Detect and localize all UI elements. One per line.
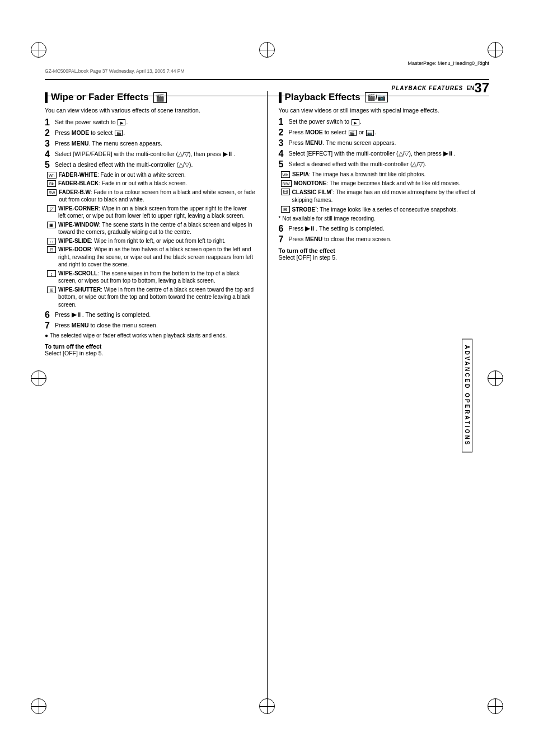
- wipe-intro: You can view videos with various effects…: [45, 106, 256, 115]
- crop-mark-tl: [31, 42, 46, 58]
- video-icon-r: 🎬: [349, 130, 357, 136]
- wipe-bullet-note: ● The selected wipe or fader effect work…: [45, 332, 256, 340]
- effect-wipe-shutter: ⊞ WIPE-SHUTTER: Wipe in from the centre …: [45, 286, 256, 309]
- playback-intro: You can view videos or still images with…: [279, 106, 490, 115]
- playback-step-7: 7 Press MENU to close the menu screen.: [279, 235, 490, 244]
- crop-mark-top: [259, 42, 275, 58]
- left-column: Wipe or Fader Effects 🎬 You can view vid…: [45, 91, 268, 700]
- effect-wipe-window: ▣ WIPE-WINDOW: The scene starts in the c…: [45, 221, 256, 236]
- playback-step-4: 4 Select [EFFECT] with the multi-control…: [279, 149, 490, 158]
- playback-section-title: Playback Effects: [285, 92, 360, 103]
- playback-turn-off-body: Select [OFF] in step 5.: [279, 254, 490, 261]
- playback-turn-off-title: To turn off the effect: [279, 247, 490, 254]
- playback-section-icon: 🎬/📷: [365, 92, 388, 102]
- playback-step-2: 2 Press MODE to select 🎬 or 📷.: [279, 128, 490, 137]
- wipe-step-3: 3 Press MENU. The menu screen appears.: [45, 139, 256, 148]
- play-symbol-r: ▶: [352, 119, 359, 125]
- photo-icon-r: 📷: [366, 130, 374, 136]
- effect-fader-white: Wh FADER-WHITE: Fade in or out with a wh…: [45, 171, 256, 179]
- playback-step-6: 6 Press ▶⏸. The setting is completed.: [279, 224, 490, 233]
- effect-sepia: Wh SEPIA: The image has a brownish tint …: [279, 171, 490, 179]
- effect-monotone: B/W MONOTONE: The image becomes black an…: [279, 180, 490, 187]
- playback-step-1: 1 Set the power switch to ▶.: [279, 118, 490, 126]
- wipe-turn-off-body: Select [OFF] in step 5.: [45, 350, 256, 356]
- effect-fader-bw: SW FADER-B.W: Fade in to a colour screen…: [45, 189, 256, 204]
- effect-wipe-door: ⊟ WIPE-DOOR: Wipe in as the two halves o…: [45, 246, 256, 269]
- wipe-section-title: Wipe or Fader Effects: [51, 92, 149, 103]
- right-column: Playback Effects 🎬/📷 You can view videos…: [268, 91, 490, 700]
- wipe-step-5: 5 Select a desired effect with the multi…: [45, 161, 256, 170]
- wipe-step-1: 1 Set the power switch to ▶.: [45, 118, 256, 127]
- effect-wipe-slide: ↔ WIPE-SLIDE: Wipe in from right to left…: [45, 237, 256, 245]
- master-page-info: MasterPage: Menu_Heading0_Right: [407, 60, 489, 66]
- wipe-step-4: 4 Select [WIPE/FADER] with the multi-con…: [45, 150, 256, 159]
- crop-mark-bottom: [259, 698, 275, 714]
- effect-strobe: ⊟ STROBE*: The image looks like a series…: [279, 205, 490, 214]
- playback-section-header: Playback Effects 🎬/📷: [279, 92, 490, 103]
- section-title: PLAYBACK FEATURES: [392, 85, 463, 91]
- wipe-section-icon: 🎬: [153, 92, 167, 103]
- page: MasterPage: Menu_Heading0_Right GZ-MC500…: [0, 0, 534, 756]
- wipe-step-7: 7 Press MENU to close the menu screen.: [45, 321, 256, 330]
- effect-classic-film: 🎞 CLASSIC FILM*: The image has an old mo…: [279, 188, 490, 204]
- wipe-step-2: 2 Press MODE to select 🎬.: [45, 129, 256, 138]
- playback-note: * Not available for still image recordin…: [279, 215, 490, 223]
- playback-turn-off: To turn off the effect Select [OFF] in s…: [279, 247, 490, 261]
- crop-mark-right: [488, 370, 503, 386]
- advanced-operations-label: ADVANCED OPERATIONS: [462, 339, 472, 452]
- playback-step-5: 5 Select a desired effect with the multi…: [279, 160, 490, 169]
- wipe-turn-off: To turn off the effect Select [OFF] in s…: [45, 343, 256, 356]
- content-area: Wipe or Fader Effects 🎬 You can view vid…: [45, 91, 489, 700]
- play-symbol: ▶: [118, 119, 125, 125]
- file-info: GZ-MC500PAL.book Page 37 Wednesday, Apri…: [45, 68, 184, 74]
- crop-mark-bl: [31, 698, 46, 714]
- wipe-section-header: Wipe or Fader Effects 🎬: [45, 92, 256, 103]
- effect-fader-black: Bk FADER-BLACK: Fade in or out with a bl…: [45, 180, 256, 187]
- wipe-turn-off-title: To turn off the effect: [45, 343, 256, 350]
- language-label: EN: [466, 85, 474, 91]
- crop-mark-tr: [488, 42, 503, 58]
- effect-wipe-scroll: ↕ WIPE-SCROLL: The scene wipes in from t…: [45, 270, 256, 285]
- crop-mark-left: [31, 370, 46, 386]
- crop-mark-br: [488, 698, 503, 714]
- effect-wipe-corner: ◸ WIPE-CORNER: Wipe in on a black screen…: [45, 205, 256, 220]
- wipe-step-6: 6 Press ▶⏸. The setting is completed.: [45, 311, 256, 320]
- video-icon: 🎬: [115, 130, 123, 136]
- playback-step-3: 3 Press MENU. The menu screen appears.: [279, 139, 490, 148]
